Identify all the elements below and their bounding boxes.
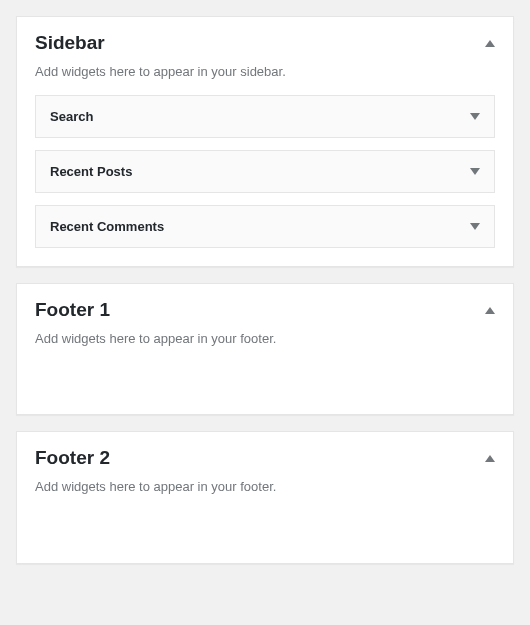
widget-item-title: Recent Posts [50,164,132,179]
chevron-up-icon[interactable] [485,307,495,314]
chevron-down-icon [470,223,480,230]
chevron-up-icon[interactable] [485,40,495,47]
widget-area-body[interactable] [17,511,513,563]
widget-area-body: Search Recent Posts Recent Comments [17,95,513,266]
widget-item-recent-posts[interactable]: Recent Posts [35,150,495,193]
widget-area-title: Sidebar [35,31,105,56]
widget-area-header[interactable]: Footer 2 [17,432,513,471]
widget-area-title: Footer 2 [35,446,110,471]
widget-item-title: Recent Comments [50,219,164,234]
widget-item-title: Search [50,109,93,124]
chevron-up-icon[interactable] [485,455,495,462]
widget-item-search[interactable]: Search [35,95,495,138]
chevron-down-icon [470,168,480,175]
widget-item-header: Recent Comments [36,206,494,247]
widget-item-header: Search [36,96,494,137]
widget-item-header: Recent Posts [36,151,494,192]
widget-area-body[interactable] [17,362,513,414]
widget-area-description: Add widgets here to appear in your foote… [17,323,513,363]
widget-area-header[interactable]: Footer 1 [17,284,513,323]
chevron-down-icon [470,113,480,120]
widget-area-description: Add widgets here to appear in your foote… [17,471,513,511]
widget-item-recent-comments[interactable]: Recent Comments [35,205,495,248]
widget-area-footer-1: Footer 1 Add widgets here to appear in y… [16,283,514,415]
widget-area-footer-2: Footer 2 Add widgets here to appear in y… [16,431,514,563]
widget-area-description: Add widgets here to appear in your sideb… [17,56,513,96]
widget-area-sidebar: Sidebar Add widgets here to appear in yo… [16,16,514,267]
widget-area-header[interactable]: Sidebar [17,17,513,56]
widget-area-title: Footer 1 [35,298,110,323]
